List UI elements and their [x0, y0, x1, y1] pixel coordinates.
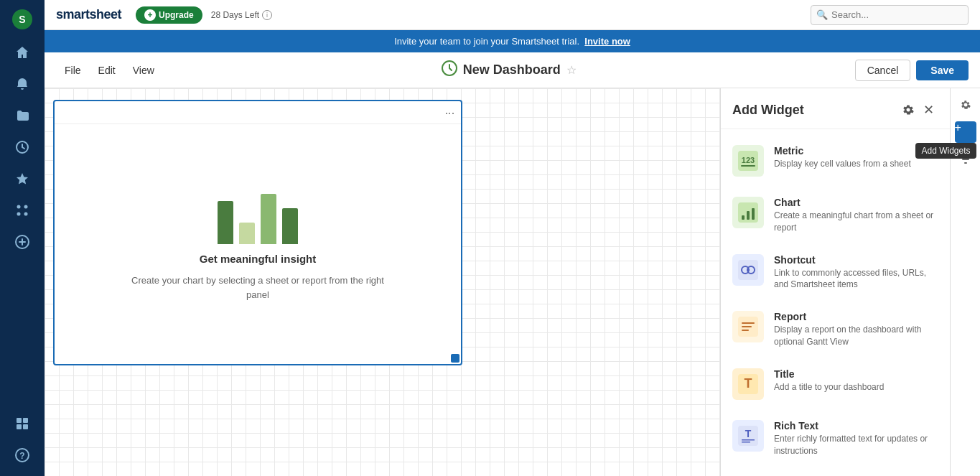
svg-rect-26: [742, 322, 755, 324]
chart-info: Chart Create a meaningful chart from a s…: [774, 197, 938, 234]
title-info: Title Add a title to your dashboard: [774, 368, 938, 393]
smartsheet-logo: smartsheet: [56, 7, 121, 22]
widget-item-metric[interactable]: 123 Metric Display key cell values from …: [721, 135, 950, 187]
svg-rect-28: [742, 330, 749, 331]
add-widget-button[interactable]: + Add Widgets: [955, 121, 976, 143]
filter-icon[interactable]: [955, 149, 976, 170]
toolbar-actions: Cancel Save: [855, 60, 969, 81]
sidebar: S ?: [0, 0, 45, 476]
content-area: ⋮ Get meaningful insight Create your cha…: [45, 88, 980, 476]
widget-item-title[interactable]: T Title Add a title to your dashboard: [721, 358, 950, 410]
widget-list: 123 Metric Display key cell values from …: [721, 129, 950, 476]
svg-point-4: [24, 205, 28, 209]
widget-item-shortcut[interactable]: Shortcut Link to commonly accessed files…: [721, 244, 950, 302]
richtext-desc: Enter richly formatted text for updates …: [774, 433, 938, 457]
svg-text:T: T: [745, 376, 752, 391]
chart-bar-1: [218, 201, 233, 244]
sidebar-star-icon[interactable]: [9, 165, 36, 192]
widget-menu-icon[interactable]: ⋮: [444, 107, 455, 118]
shortcut-name: Shortcut: [774, 254, 938, 266]
chart-name: Chart: [774, 197, 938, 208]
save-button[interactable]: Save: [916, 60, 969, 80]
sidebar-home-icon[interactable]: [9, 39, 36, 66]
right-action-strip: + Add Widgets: [950, 88, 980, 476]
shortcut-info: Shortcut Link to commonly accessed files…: [774, 254, 938, 291]
menu-file[interactable]: File: [56, 60, 90, 80]
add-widget-panel: Add Widget ✕ 123 Metric Display k: [720, 88, 950, 476]
panel-header: Add Widget ✕: [721, 88, 950, 129]
report-icon: [732, 311, 764, 342]
svg-rect-21: [752, 208, 755, 220]
widget-header: ⋮: [55, 101, 461, 124]
cancel-button[interactable]: Cancel: [855, 60, 911, 81]
svg-rect-27: [742, 326, 752, 327]
svg-rect-33: [742, 439, 755, 441]
search-wrapper: 🔍: [811, 5, 969, 25]
svg-rect-20: [747, 211, 750, 220]
sidebar-clock-icon[interactable]: [9, 134, 36, 161]
chart-bar-4: [282, 208, 298, 244]
shortcut-icon: [732, 254, 764, 286]
richtext-info: Rich Text Enter richly formatted text fo…: [774, 420, 938, 457]
svg-rect-9: [23, 418, 28, 423]
panel-close-icon[interactable]: ✕: [918, 100, 938, 120]
chart-bars-icon: [218, 187, 298, 244]
sidebar-folder-icon[interactable]: [9, 102, 36, 129]
upgrade-label: Upgrade: [159, 10, 194, 20]
dashboard-canvas: ⋮ Get meaningful insight Create your cha…: [45, 88, 720, 476]
chart-bar-3: [261, 194, 276, 244]
trial-text: 28 Days Left i: [211, 10, 272, 20]
title-name: Title: [774, 368, 938, 380]
menu-edit[interactable]: Edit: [90, 60, 124, 80]
sidebar-apps-icon[interactable]: [9, 410, 36, 437]
dashboard-star-icon[interactable]: ☆: [566, 63, 577, 77]
title-desc: Add a title to your dashboard: [774, 381, 938, 393]
panel-title: Add Widget: [732, 103, 898, 118]
banner-invite-link[interactable]: Invite now: [584, 36, 630, 47]
widget-resize-handle[interactable]: [451, 354, 459, 363]
search-icon: 🔍: [816, 9, 828, 20]
shortcut-desc: Link to commonly accessed files, URLs, a…: [774, 267, 938, 291]
grid-background: ⋮ Get meaningful insight Create your cha…: [45, 88, 720, 476]
upgrade-button[interactable]: + Upgrade: [136, 6, 202, 24]
chart-desc: Create a meaningful chart from a sheet o…: [774, 210, 938, 234]
sidebar-notification-icon[interactable]: [9, 70, 36, 98]
toolbar-menu: File Edit View: [56, 60, 163, 80]
widget-item-chart[interactable]: Chart Create a meaningful chart from a s…: [721, 187, 950, 244]
chart-icon: [732, 197, 764, 228]
svg-point-5: [17, 213, 21, 216]
trial-info-icon[interactable]: i: [262, 10, 272, 20]
widget-body: Get meaningful insight Create your chart…: [55, 124, 461, 364]
sidebar-help-icon[interactable]: ?: [9, 442, 36, 469]
sidebar-integrations-icon[interactable]: [9, 197, 36, 224]
dashboard-title: New Dashboard: [463, 62, 561, 78]
report-name: Report: [774, 311, 938, 322]
svg-rect-17: [741, 165, 755, 167]
chart-bar-2: [239, 223, 255, 244]
panel-settings-icon[interactable]: [898, 100, 918, 120]
svg-text:T: T: [745, 428, 752, 439]
editor-toolbar: File Edit View New Dashboard ☆ Cancel Sa…: [45, 52, 980, 88]
svg-text:S: S: [19, 14, 25, 25]
banner-text: Invite your team to join your Smartsheet…: [394, 36, 579, 47]
title-icon: T: [732, 368, 764, 400]
invite-banner: Invite your team to join your Smartsheet…: [45, 30, 980, 52]
menu-view[interactable]: View: [124, 60, 163, 80]
widget-item-richtext[interactable]: T Rich Text Enter richly formatted text …: [721, 410, 950, 467]
svg-rect-10: [17, 424, 22, 429]
toolbar-title-section: New Dashboard ☆: [163, 60, 855, 80]
dashboard-clock-icon: [442, 60, 457, 80]
sidebar-add-icon[interactable]: [9, 228, 36, 256]
search-input[interactable]: [811, 5, 969, 25]
widget-chart-title: Get meaningful insight: [200, 253, 317, 265]
panel-gear-icon[interactable]: [955, 94, 976, 116]
chart-widget[interactable]: ⋮ Get meaningful insight Create your cha…: [53, 100, 462, 365]
svg-rect-11: [23, 424, 28, 429]
widget-item-report[interactable]: Report Display a report on the dashboard…: [721, 301, 950, 358]
add-plus-icon: +: [955, 121, 961, 134]
report-info: Report Display a report on the dashboard…: [774, 311, 938, 348]
svg-rect-8: [17, 418, 22, 423]
svg-point-3: [17, 205, 21, 209]
metric-desc: Display key cell values from a sheet: [774, 158, 938, 170]
top-nav: smartsheet + Upgrade 28 Days Left i 🔍: [45, 0, 980, 30]
